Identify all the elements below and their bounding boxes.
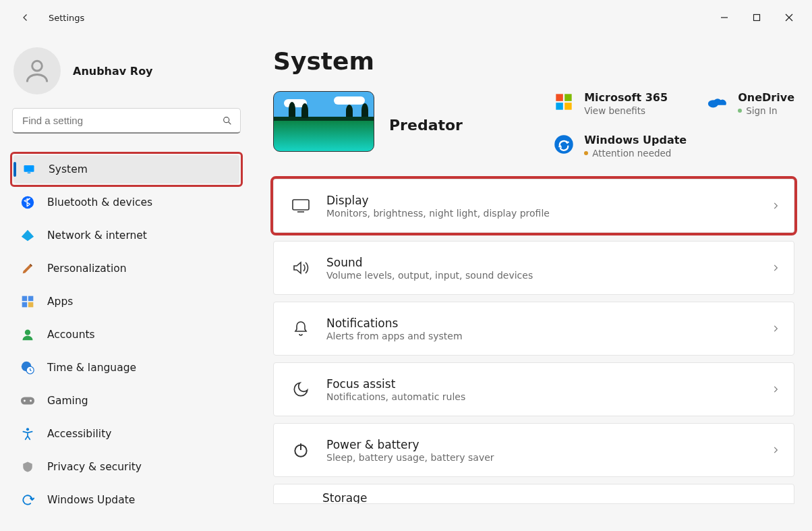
sidebar-item-network[interactable]: Network & internet — [12, 221, 241, 250]
svg-point-25 — [708, 100, 718, 107]
pc-name[interactable]: Predator — [389, 117, 463, 134]
svg-rect-24 — [564, 103, 572, 110]
link-sub: Sign In — [738, 105, 794, 116]
sync-icon — [20, 493, 35, 507]
svg-rect-12 — [22, 302, 28, 308]
svg-rect-21 — [556, 94, 564, 101]
power-icon — [291, 441, 310, 459]
back-button[interactable] — [15, 7, 36, 28]
bluetooth-icon — [20, 195, 35, 210]
card-title: Power & battery — [326, 438, 755, 451]
arrow-left-icon — [20, 11, 32, 24]
main-content: System Predator Microsoft 365 View benef… — [253, 35, 812, 531]
user-name: Anubhav Roy — [73, 65, 153, 78]
person-icon — [22, 56, 52, 86]
card-sound[interactable]: Sound Volume levels, output, input, soun… — [273, 241, 794, 295]
sidebar-item-personalization[interactable]: Personalization — [12, 254, 241, 283]
svg-point-4 — [32, 61, 42, 71]
sidebar-item-system[interactable]: System — [13, 155, 239, 184]
gamepad-icon — [20, 393, 35, 408]
sidebar-item-label: Gaming — [47, 395, 88, 407]
card-sub: Notifications, automatic rules — [326, 391, 755, 402]
sidebar-item-label: Apps — [47, 296, 73, 308]
svg-point-19 — [30, 400, 32, 402]
user-area[interactable]: Anubhav Roy — [12, 47, 241, 94]
sidebar-item-gaming[interactable]: Gaming — [12, 387, 241, 415]
link-onedrive[interactable]: OneDrive Sign In — [707, 91, 794, 116]
shield-icon — [20, 459, 35, 474]
svg-rect-10 — [22, 296, 28, 302]
svg-rect-27 — [293, 200, 309, 210]
maximize-icon — [753, 13, 761, 22]
chevron-right-icon — [771, 324, 780, 333]
card-sub: Volume levels, output, input, sound devi… — [326, 270, 755, 281]
sound-icon — [291, 258, 310, 277]
svg-rect-23 — [556, 103, 564, 110]
search-input[interactable] — [12, 108, 241, 134]
person-icon — [20, 327, 35, 342]
update-icon — [553, 134, 575, 155]
maximize-button[interactable] — [741, 7, 773, 28]
card-title: Display — [326, 194, 755, 207]
card-display[interactable]: Display Monitors, brightness, night ligh… — [273, 179, 794, 233]
link-title: OneDrive — [738, 91, 794, 104]
pc-thumbnail[interactable] — [273, 91, 374, 152]
sidebar-item-label: Bluetooth & devices — [47, 196, 152, 208]
avatar — [13, 47, 61, 94]
minimize-button[interactable] — [708, 7, 741, 28]
sidebar-item-accounts[interactable]: Accounts — [12, 320, 241, 349]
sidebar-item-label: Time & language — [47, 362, 136, 374]
card-focus-assist[interactable]: Focus assist Notifications, automatic ru… — [273, 362, 794, 416]
sidebar-item-privacy[interactable]: Privacy & security — [12, 453, 241, 481]
search-icon — [222, 115, 233, 126]
card-title: Focus assist — [326, 377, 755, 391]
sidebar-item-label: Accessibility — [47, 428, 111, 440]
highlight-sidebar-system: System — [12, 154, 241, 185]
link-sub: View benefits — [584, 105, 668, 116]
close-button[interactable] — [773, 7, 805, 28]
link-title: Windows Update — [584, 134, 687, 146]
chevron-right-icon — [771, 201, 780, 211]
card-sub: Alerts from apps and system — [326, 331, 755, 341]
svg-rect-13 — [28, 302, 34, 308]
card-notifications[interactable]: Notifications Alerts from apps and syste… — [273, 302, 794, 356]
hero-section: Predator Microsoft 365 View benefits — [273, 91, 794, 159]
microsoft-logo-icon — [553, 91, 575, 113]
svg-rect-7 — [24, 165, 34, 172]
card-title: Storage — [322, 491, 368, 504]
paintbrush-icon — [20, 261, 35, 276]
sidebar-item-label: Accounts — [47, 329, 95, 341]
sidebar-item-label: Network & internet — [47, 229, 147, 242]
bell-icon — [291, 319, 310, 338]
app-title: Settings — [49, 13, 84, 23]
svg-rect-17 — [21, 397, 34, 405]
minimize-icon — [720, 13, 728, 22]
title-bar: Settings — [0, 0, 812, 35]
sidebar-item-label: System — [49, 163, 88, 175]
link-microsoft365[interactable]: Microsoft 365 View benefits — [553, 91, 687, 116]
svg-rect-11 — [28, 296, 34, 302]
chevron-right-icon — [771, 385, 780, 394]
svg-line-6 — [229, 122, 231, 124]
display-icon — [291, 196, 310, 215]
sidebar-item-label: Windows Update — [47, 494, 135, 506]
chevron-right-icon — [771, 445, 780, 455]
card-sub: Sleep, battery usage, battery saver — [326, 452, 755, 463]
window-controls — [708, 7, 805, 28]
sidebar-item-accessibility[interactable]: Accessibility — [12, 420, 241, 448]
svg-point-18 — [24, 400, 26, 402]
sidebar: Anubhav Roy System Bluetooth & devices — [0, 35, 253, 531]
chevron-right-icon — [771, 263, 780, 273]
sidebar-item-time[interactable]: Time & language — [12, 354, 241, 382]
card-power[interactable]: Power & battery Sleep, battery usage, ba… — [273, 423, 794, 477]
svg-point-14 — [25, 330, 30, 335]
card-storage[interactable]: Storage — [273, 484, 794, 504]
display-icon — [22, 162, 36, 177]
link-windows-update[interactable]: Windows Update Attention needed — [553, 134, 687, 159]
highlight-card-display: Display Monitors, brightness, night ligh… — [273, 179, 794, 233]
sidebar-item-apps[interactable]: Apps — [12, 287, 241, 316]
link-title: Microsoft 365 — [584, 91, 668, 104]
sidebar-item-update[interactable]: Windows Update — [12, 486, 241, 514]
card-title: Sound — [326, 256, 755, 269]
sidebar-item-bluetooth[interactable]: Bluetooth & devices — [12, 188, 241, 217]
